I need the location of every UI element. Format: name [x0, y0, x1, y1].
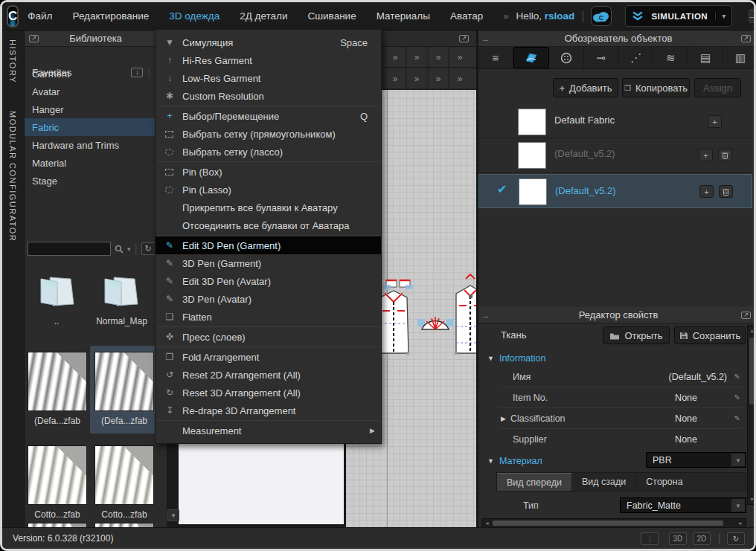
save-button[interactable]: Сохранить	[674, 326, 746, 344]
tab-puckering[interactable]: ▤	[688, 47, 723, 68]
menu-item-measurement[interactable]: Measurement▶	[156, 422, 381, 439]
tab-side-view[interactable]: Сторона	[636, 473, 692, 491]
menu-avatar[interactable]: Аватар	[450, 10, 483, 22]
menu-item-pin-lasso[interactable]: Pin (Lasso)	[156, 181, 381, 199]
delete-icon[interactable]	[718, 149, 732, 161]
tab-scene-list[interactable]: ≡	[478, 47, 513, 68]
fabric-row-v52-dimmed[interactable]: (Default_v5.2) +	[478, 140, 752, 171]
popout-icon[interactable]: ↗	[741, 35, 751, 42]
panel-collapse-icon[interactable]: →	[481, 311, 490, 320]
popout-icon[interactable]: ↗	[29, 35, 39, 42]
edit-icon[interactable]: ✎	[734, 414, 740, 422]
library-item-hardware-trims[interactable]: Hardware and Trims	[25, 136, 167, 154]
material-section[interactable]: ▼Материал	[487, 456, 542, 466]
menu-item-fold-arrangement[interactable]: ❐Fold Arrangement	[156, 348, 381, 366]
cloud-account-button[interactable]: C	[591, 6, 612, 26]
tab-elastic[interactable]: ≋	[653, 47, 688, 68]
popout-icon[interactable]: ↗	[459, 35, 469, 42]
history-tab[interactable]: HISTORY	[8, 39, 17, 83]
menu-item-flatten[interactable]: ❏Flatten	[156, 308, 381, 326]
menu-item-edit-3d-pen-avatar[interactable]: ✎Edit 3D Pen (Avatar)	[156, 272, 381, 290]
edit-icon[interactable]: ✎	[734, 393, 740, 402]
fabric-row-v52-selected[interactable]: ✔ (Default_v5.2) +	[478, 174, 752, 208]
menu-file[interactable]: Файл	[28, 10, 52, 22]
add-to-favorites-icon[interactable]: +	[708, 115, 722, 128]
copy-fabric-button[interactable]: ❐Копировать	[622, 78, 690, 97]
menu-item-box-select[interactable]: Выбрать сетку (прямоугольником)	[156, 125, 381, 143]
fabric-tile-4[interactable]	[94, 445, 154, 505]
menu-item-pin-box[interactable]: Pin (Box)	[156, 163, 381, 181]
menu-item-redrape-3d[interactable]: ↧Re-drape 3D Arrangement	[156, 402, 381, 419]
library-item-avatar[interactable]: Avatar	[25, 83, 167, 100]
view-2d-button[interactable]: 2D	[693, 532, 711, 545]
add-to-favorites-icon[interactable]: +	[699, 149, 713, 161]
information-section[interactable]: ▼Information	[487, 353, 545, 364]
add-to-favorites-icon[interactable]: +	[699, 185, 714, 198]
split-view-button[interactable]	[641, 532, 659, 545]
menu-materials[interactable]: Материалы	[377, 10, 430, 22]
tab-fabric[interactable]	[513, 47, 549, 68]
menu-item-lasso-select[interactable]: Выбрать сетку (лассо)	[156, 143, 381, 161]
tab-back-view[interactable]: Вид сзади	[572, 473, 636, 491]
fabric-type-dropdown[interactable]: Fabric_Matte ▾	[620, 497, 746, 513]
fabric-swatch[interactable]	[519, 178, 547, 205]
menu-item-3d-pen-garment[interactable]: ✎3D Pen (Garment)	[156, 254, 381, 272]
simulation-button[interactable]: SIMULATION ▾	[625, 5, 732, 27]
menu-item-hires-garment[interactable]: ↑Hi-Res Garment	[156, 51, 381, 69]
tab-topstitch[interactable]: ⊸	[584, 47, 619, 68]
menu-item-reset-3d-arrangement[interactable]: ↻Reset 3D Arrangement (All)	[156, 384, 381, 402]
menu-item-attach-pins[interactable]: Прикрепить все булавки к Аватару	[156, 199, 381, 216]
library-item-fabric[interactable]: Fabric	[25, 118, 167, 136]
panel-collapse-icon[interactable]: →	[481, 34, 490, 43]
modular-configurator-tab[interactable]: MODULAR CONFIGURATOR	[8, 111, 17, 242]
search-icon[interactable]	[115, 245, 124, 254]
library-item-material[interactable]: Material	[25, 154, 167, 172]
edit-icon[interactable]: ✎	[734, 373, 740, 381]
scrollbar-thumb[interactable]	[493, 521, 723, 526]
fabric-tile-3[interactable]	[28, 445, 87, 505]
tab-stitch[interactable]: ⋰	[619, 47, 654, 68]
field-classification[interactable]: ▶ Classification None ✎	[499, 408, 742, 429]
search-options-icon[interactable]: ▾	[127, 245, 131, 253]
material-type-dropdown[interactable]: PBR ▾	[646, 452, 746, 468]
vertical-scrollbar[interactable]: ▴ ▾	[747, 325, 756, 505]
viewport-menu-button[interactable]: ▾	[167, 509, 179, 521]
minimize-button[interactable]: –	[749, 9, 755, 23]
menubar-overflow-icon[interactable]: »	[503, 10, 508, 22]
menu-3d-garment[interactable]: 3D одежда	[169, 10, 220, 22]
folder-normal-map-icon[interactable]	[99, 273, 141, 309]
simulation-dropdown-icon[interactable]: ▾	[715, 12, 725, 20]
tab-button[interactable]	[549, 47, 584, 68]
library-item-stage[interactable]: Stage	[25, 172, 167, 190]
menu-item-detach-pins[interactable]: Отсоединить все булавки от Аватара	[156, 216, 381, 234]
folder-up-label[interactable]: ..	[27, 316, 86, 326]
menu-item-reset-2d-arrangement[interactable]: ↺Reset 2D Arrangement (All)	[156, 366, 381, 384]
menu-item-lowres-garment[interactable]: ↓Low-Res Garment	[156, 69, 381, 87]
folder-normal-map-label[interactable]: Normal_Map	[90, 316, 153, 326]
menu-sewing[interactable]: Сшивание	[308, 10, 356, 22]
view-3d-button[interactable]: 3D	[669, 532, 687, 545]
fabric-row-default[interactable]: Default Fabric +	[478, 106, 752, 138]
menu-item-simulation[interactable]: ▼СимуляцияSpace	[156, 33, 381, 51]
tab-ruler[interactable]: ▥	[723, 47, 756, 68]
fabric-tile-2-selected[interactable]	[94, 352, 154, 411]
menu-item-select-move[interactable]: +Выбор/ПеремещениеQ	[156, 107, 381, 125]
tab-front-view[interactable]: Вид спереди	[497, 473, 572, 491]
menu-2d-pattern[interactable]: 2Д детали	[240, 10, 287, 22]
menu-item-press-layers[interactable]: ✜Пресс (слоев)	[156, 328, 381, 346]
menu-item-3d-pen-avatar[interactable]: ✎3D Pen (Avatar)	[156, 290, 381, 308]
search-input[interactable]	[28, 242, 111, 256]
popout-icon[interactable]: ↗	[741, 312, 751, 319]
assign-button[interactable]: Assign	[694, 78, 741, 97]
add-fabric-button[interactable]: +Добавить	[553, 78, 618, 97]
library-item-hanger[interactable]: Hanger	[25, 100, 167, 118]
open-button[interactable]: Открыть	[603, 326, 670, 344]
scrollbar-thumb[interactable]	[749, 338, 755, 405]
refresh-icon[interactable]: ↻	[141, 242, 156, 255]
fabric-swatch[interactable]	[518, 109, 546, 135]
menu-item-edit-3d-pen-garment[interactable]: ✎Edit 3D Pen (Garment)	[156, 236, 381, 254]
fabric-tile-1[interactable]	[28, 352, 87, 411]
folder-up-icon[interactable]	[35, 273, 77, 309]
menu-edit[interactable]: Редактирование	[72, 10, 149, 22]
fabric-swatch[interactable]	[518, 142, 546, 169]
